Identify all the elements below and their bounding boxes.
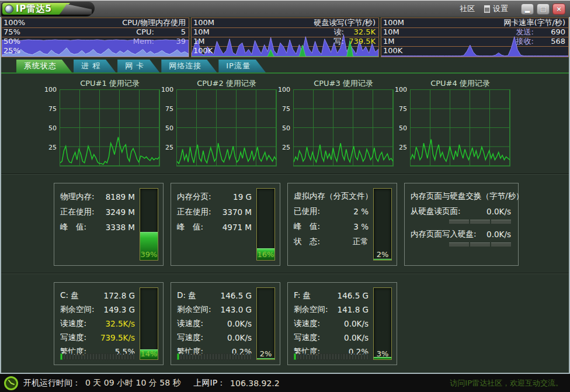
tab-1[interactable]: 进 程 [74, 60, 116, 72]
busy-meter [294, 353, 369, 360]
axis-tick: 100 [395, 86, 407, 93]
axis-tick: 50 [48, 124, 57, 132]
axis-label: 10M [193, 27, 210, 37]
row-value: 146.5 G [196, 291, 252, 300]
activity-meter [411, 242, 511, 247]
meter-segment [192, 353, 194, 360]
settings-button[interactable]: 设置 [484, 4, 508, 14]
meter-segment [300, 353, 302, 360]
tab-0[interactable]: 系统状态 [16, 60, 72, 72]
vertical-gauge: 16% [256, 188, 275, 261]
titlebar: IP雷达5 社区 设置 ▂ □ × [0, 0, 570, 17]
memory-panel-0: 物理内存:8189 M正在使用:3249 M峰 值:3338 M39% [54, 183, 164, 266]
settings-label: 设置 [493, 4, 508, 14]
meter-segment [75, 353, 77, 360]
axis-tick: 50 [165, 124, 173, 132]
cpu-history-row: CPU#1 使用记录100755025CPU#2 使用记录100755025CP… [1, 74, 569, 166]
globe-icon [5, 5, 13, 13]
axis-label: 100M [383, 18, 404, 27]
meter-segment [194, 353, 197, 360]
cpu-chart-1: CPU#2 使用记录100755025 [164, 78, 277, 166]
meter-segment [470, 220, 490, 224]
stat-label: 写: [334, 37, 344, 46]
tab-3[interactable]: 网络连接 [161, 60, 217, 72]
row-value: 141.8 G [328, 305, 369, 314]
row-label: 剩余空间: [294, 304, 328, 315]
meter-segment [127, 353, 129, 360]
meter-segment [133, 353, 135, 360]
memory-panel-row: 物理内存:8189 M正在使用:3249 M峰 值:3338 M39%内存分页:… [1, 183, 569, 266]
axis-tick: 100 [161, 86, 173, 93]
tab-4[interactable]: IP流量 [218, 60, 266, 72]
row-value: 739.5K/s [86, 333, 135, 342]
row-value: 0.0K/s [203, 319, 252, 328]
row-label: 峰 值: [60, 222, 86, 233]
panel-row: 峰 值:3338 M [60, 220, 135, 235]
meter-segment [66, 353, 68, 360]
panel-row: 已使用:2 % [294, 204, 369, 219]
community-link[interactable]: 社区 [460, 4, 475, 14]
meter-segment [203, 353, 206, 360]
cpu-chart-2: CPU#3 使用记录100755025 [280, 78, 394, 166]
cpu-chart-plot [60, 89, 160, 166]
vertical-gauge: 2% [256, 287, 275, 360]
mini-chart-2: 100M10M1M100K网卡速率(字节/秒)发送:690接收:568 [381, 18, 569, 57]
memory-panel-1: 内存分页:19 G正在使用:3370 M峰 值:4971 M16% [171, 183, 280, 266]
row-label: 读速度: [60, 318, 86, 329]
meter-segment [72, 353, 74, 360]
meter-segment [329, 353, 331, 360]
mini-chart-title: CPU/物理内存使用 [122, 18, 186, 27]
meter-segment [112, 353, 114, 360]
tab-2[interactable]: 网 卡 [117, 60, 159, 72]
row-label: 内存分页: [177, 192, 211, 202]
meter-segment [209, 353, 211, 360]
panel-row: 峰 值:4971 M [177, 220, 252, 235]
stat-value: 739.5K [349, 37, 376, 46]
cpu-chart-title: CPU#1 使用记录 [60, 78, 160, 89]
meter-segment [212, 353, 214, 360]
cpu-chart-title: CPU#2 使用记录 [176, 78, 277, 89]
panel-row: 内存分页:19 G [177, 189, 252, 204]
row-label: 读速度: [177, 318, 203, 329]
meter-segment [244, 353, 246, 360]
row-label: 读速度: [294, 318, 320, 329]
meter-segment [101, 353, 103, 360]
axis-label: 100% [4, 18, 25, 27]
uptime-value: 0 天 09 小时 10 分 58 秒 [85, 378, 181, 388]
stat-label: Mem: [133, 37, 154, 46]
meter-segment [338, 353, 340, 360]
cpu-chart-yaxis: 100755025 [164, 89, 176, 166]
row-label: 剩余空间: [177, 304, 211, 315]
row-value: 8189 M [95, 192, 135, 202]
maximize-button[interactable]: □ [537, 4, 550, 15]
window-frame: 100%75%50%25%CPU/物理内存使用CPU:5Mem:39100M10… [0, 17, 570, 374]
panel-row: 写速度:0.0K/s [177, 331, 252, 345]
meter-segment [229, 353, 231, 360]
axis-tick: 50 [399, 124, 407, 132]
row-label: 正在使用: [60, 207, 95, 217]
meter-segment [86, 353, 89, 360]
meter-segment [449, 220, 469, 224]
axis-tick: 75 [48, 105, 57, 113]
row-value: 0.0K/s [477, 230, 511, 239]
community-footer-text[interactable]: 访问IP雷达社区，欢迎互动交流。 [450, 378, 563, 388]
panel-title: 虚拟内存（分页文件） [294, 189, 369, 204]
axis-label: 75% [4, 27, 20, 37]
minimize-button[interactable]: ▂ [521, 4, 534, 15]
meter-segment [352, 353, 354, 360]
meter-segment [297, 353, 299, 360]
row-label: 状 态: [294, 237, 320, 247]
vertical-gauge: 3% [373, 287, 392, 360]
meter-segment [449, 242, 469, 247]
meter-segment [60, 353, 62, 360]
close-button[interactable]: × [552, 4, 565, 15]
panel-row: 剩余空间:141.8 G [294, 303, 369, 317]
meter-segment [246, 353, 249, 360]
axis-label: 50% [4, 37, 20, 46]
uptime-label: 开机运行时间： [23, 378, 81, 388]
panel-row: C: 盘172.8 G [60, 289, 135, 303]
meter-segment [326, 353, 328, 360]
meter-segment [200, 353, 203, 360]
stat-label: CPU: [136, 27, 154, 37]
public-ip-value: 106.38.92.2 [230, 379, 280, 388]
